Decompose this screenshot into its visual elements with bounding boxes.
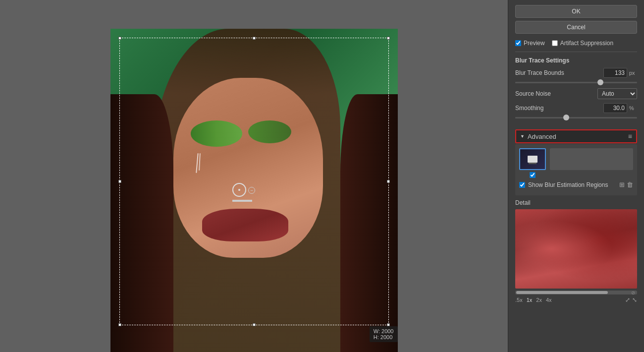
canvas-area: ↺ − W: 2000 H: 2000 — [0, 0, 508, 352]
smoothing-label: Smoothing — [515, 105, 603, 112]
artifact-suppression-checkbox[interactable] — [552, 40, 558, 46]
source-noise-row: Source Noise Auto Low Medium High — [515, 88, 637, 99]
blur-trace-bounds-slider[interactable] — [515, 82, 637, 83]
blur-minus-icon[interactable]: − — [248, 187, 255, 194]
advanced-settings-icon[interactable]: ≡ — [628, 132, 632, 140]
artifact-suppression-label: Artifact Suppression — [560, 40, 613, 47]
detail-label: Detail — [515, 199, 637, 206]
smoothing-row: Smoothing % — [515, 103, 637, 113]
advanced-header[interactable]: ▼ Advanced ≡ — [515, 129, 637, 143]
zoom-option-2x[interactable]: 2x — [536, 297, 542, 303]
add-region-icon[interactable]: ⊞ — [619, 181, 625, 188]
source-noise-select[interactable]: Auto Low Medium High — [597, 88, 637, 99]
triangle-down-icon: ▼ — [520, 134, 525, 139]
artifact-suppression-group[interactable]: Artifact Suppression — [552, 40, 613, 47]
smoothing-input[interactable] — [603, 103, 627, 113]
blur-estimation-tool[interactable]: − — [232, 183, 252, 202]
canvas-image: ↺ − W: 2000 H: 2000 — [110, 29, 398, 352]
blur-region-empty-area — [550, 148, 633, 170]
blur-trace-settings-title: Blur Trace Settings — [508, 54, 644, 66]
advanced-label: Advanced — [528, 133, 556, 140]
smoothing-value: % — [603, 103, 637, 113]
zoom-icons: ⤢ ⤡ — [625, 296, 637, 303]
delete-region-icon[interactable]: 🗑 — [627, 181, 633, 188]
preview-checkbox-group[interactable]: Preview — [515, 40, 545, 47]
zoom-option-0.5x[interactable]: .5x — [515, 297, 523, 303]
blur-trace-slider-fill — [515, 82, 600, 83]
blur-circle[interactable] — [232, 183, 246, 197]
cancel-button[interactable]: Cancel — [515, 21, 637, 34]
divider-1 — [515, 52, 637, 52]
smoothing-slider-thumb[interactable] — [563, 115, 569, 120]
blur-thumbnail-checkbox[interactable] — [530, 172, 536, 178]
smoothing-slider-fill — [515, 117, 566, 118]
advanced-content: Show Blur Estimation Regions ⊞ 🗑 — [515, 144, 637, 195]
blur-trace-slider-thumb[interactable] — [597, 79, 603, 85]
show-regions-label: Show Blur Estimation Regions — [528, 181, 608, 188]
show-regions-checkbox[interactable] — [519, 182, 525, 188]
blur-trace-bounds-row: Blur Trace Bounds px — [515, 68, 637, 78]
smoothing-slider-track — [515, 117, 637, 118]
detail-image-inner — [515, 209, 637, 289]
blur-trace-bounds-unit: px — [629, 70, 637, 76]
detail-section: Detail ⊘ .5x 1x 2x 4x ⤢ ⤡ — [508, 199, 644, 307]
blur-bar — [232, 200, 252, 202]
blur-trace-bounds-value: px — [603, 68, 637, 78]
detail-image — [515, 209, 637, 289]
zoom-options: .5x 1x 2x 4x — [515, 297, 552, 303]
dimensions-tooltip: W: 2000 H: 2000 — [370, 326, 398, 342]
show-blur-estimation-regions-row: Show Blur Estimation Regions ⊞ 🗑 — [519, 181, 633, 188]
blur-thumbnail-row — [519, 148, 633, 178]
preview-label: Preview — [524, 40, 545, 47]
actual-size-icon[interactable]: ⤡ — [632, 296, 637, 303]
ok-button[interactable]: OK — [515, 5, 637, 18]
source-noise-value: Auto Low Medium High — [597, 88, 637, 99]
blur-thumbnail-inner — [520, 149, 545, 169]
zoom-option-4x[interactable]: 4x — [546, 297, 552, 303]
smoothing-unit: % — [629, 105, 637, 111]
panel-top-buttons: OK Cancel — [508, 0, 644, 37]
detail-zoom-row: .5x 1x 2x 4x ⤢ ⤡ — [515, 296, 637, 303]
detail-scrollbar[interactable]: ⊘ — [515, 291, 637, 294]
advanced-header-left: ▼ Advanced — [520, 133, 556, 140]
right-panel: OK Cancel Preview Artifact Suppression B… — [508, 0, 644, 352]
thumbnail-shape — [528, 156, 537, 163]
blur-thumbnail[interactable] — [519, 148, 546, 170]
source-noise-label: Source Noise — [515, 90, 597, 97]
settings-section: Blur Trace Bounds px Source Noise Auto L… — [508, 66, 644, 127]
advanced-section: ▼ Advanced ≡ S — [515, 129, 637, 195]
detail-scroll-end-icon[interactable]: ⊘ — [631, 290, 635, 295]
show-regions-icons: ⊞ 🗑 — [619, 181, 633, 188]
blur-trace-slider-track — [515, 82, 637, 83]
blur-trace-bounds-label: Blur Trace Bounds — [515, 69, 603, 76]
smoothing-slider[interactable] — [515, 117, 637, 118]
preview-checkbox[interactable] — [515, 40, 521, 46]
panel-options: Preview Artifact Suppression — [508, 37, 644, 50]
fit-view-icon[interactable]: ⤢ — [625, 296, 630, 303]
zoom-option-1x[interactable]: 1x — [527, 297, 533, 303]
canvas-image-wrapper: ↺ − W: 2000 H: 2000 — [110, 29, 398, 352]
blur-trace-bounds-input[interactable] — [603, 68, 627, 78]
detail-scrollbar-thumb[interactable] — [516, 291, 608, 294]
